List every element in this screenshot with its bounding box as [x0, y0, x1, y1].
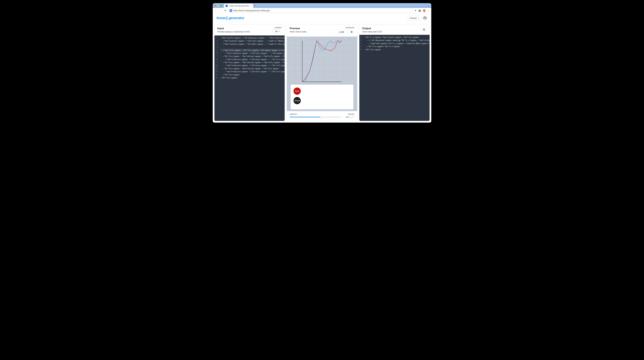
- side-panel-icon[interactable]: ▣: [418, 9, 421, 12]
- copy-button[interactable]: [421, 27, 427, 32]
- app-title: linear() generator: [216, 16, 244, 20]
- preview-body: Input Output: [287, 36, 357, 111]
- url-toolbar: ← → ⟳ ⊡ https://linear-easing-generator.…: [213, 8, 431, 13]
- chevron-down-icon: ▾: [418, 17, 419, 19]
- output-demo-ball: Output: [294, 97, 301, 104]
- input-title: Input: [217, 27, 250, 30]
- github-icon: [424, 17, 426, 19]
- svg-rect-25: [423, 29, 424, 30]
- browser-window: ⬚ Linear easing generator × + ⌄ ← → ⟳ ⊡ …: [213, 3, 431, 123]
- browser-menu-icon[interactable]: ⋮: [428, 9, 430, 12]
- svg-rect-24: [424, 29, 425, 30]
- format-select[interactable]: JS ▾: [273, 29, 282, 33]
- close-window-button[interactable]: [214, 5, 216, 6]
- input-code-editor[interactable]: 1234567891011121314 ="kw">self</span>.="…: [214, 35, 284, 121]
- maximize-window-button[interactable]: [220, 5, 222, 6]
- round-label: ROUND: [346, 113, 354, 115]
- simplify-slider[interactable]: [290, 117, 341, 117]
- output-pane-header: Output Some shiny new CSS!: [360, 25, 430, 35]
- preview-pane-header: Preview Here's how it looks: DURATION 1,…: [287, 25, 357, 36]
- easing-graph: [288, 36, 356, 85]
- input-subtitle: Provide easing as JavaScript or SVG: [217, 31, 250, 33]
- preview-pane: Preview Here's how it looks: DURATION 1,…: [287, 24, 357, 121]
- url-text: https://linear-easing-generator.netlify.…: [234, 9, 270, 12]
- reload-button[interactable]: ⟳: [224, 9, 227, 12]
- new-tab-button[interactable]: +: [254, 4, 256, 7]
- svg-rect-0: [351, 31, 352, 33]
- copy-icon: [423, 28, 425, 31]
- presets-dropdown[interactable]: Presets ▾: [408, 16, 421, 20]
- app-header: linear() generator Presets ▾: [213, 13, 431, 23]
- simplify-slider-block: SIMPLIFY: [290, 113, 341, 117]
- output-subtitle: Some shiny new CSS!: [362, 31, 382, 33]
- svg-rect-1: [352, 31, 352, 33]
- presets-label: Presets: [410, 17, 417, 19]
- tab-title: Linear easing generator: [229, 5, 249, 7]
- forward-button[interactable]: →: [219, 9, 222, 12]
- input-pane: Input Provide easing as JavaScript or SV…: [214, 24, 285, 121]
- chevron-down-icon: ▾: [279, 30, 280, 32]
- duration-input[interactable]: 1,333: [336, 30, 347, 34]
- window-titlebar: ⬚ Linear easing generator × + ⌄: [213, 3, 431, 8]
- play-pause-button[interactable]: [349, 29, 354, 35]
- format-value: JS: [275, 30, 278, 33]
- duration-label: DURATION: [336, 27, 354, 29]
- output-code-editor[interactable]: 12345 ="br">:</span>="kw">root</span> ="…: [360, 35, 430, 121]
- main-content: Input Provide easing as JavaScript or SV…: [213, 23, 431, 123]
- github-link[interactable]: [422, 15, 428, 20]
- sliders-row: SIMPLIFY ROUND: [287, 111, 357, 121]
- input-demo-ball: Input: [294, 87, 301, 95]
- tab-close-icon[interactable]: ×: [250, 5, 252, 7]
- preview-title: Preview: [290, 27, 307, 30]
- browser-tab[interactable]: ⬚ Linear easing generator ×: [224, 4, 253, 8]
- preview-subtitle: Here's how it looks:: [290, 31, 307, 33]
- simplify-label: SIMPLIFY: [290, 113, 341, 115]
- output-pane: Output Some shiny new CSS! 12345 ="br">:…: [359, 24, 430, 121]
- traffic-lights: [214, 5, 222, 6]
- round-slider[interactable]: [346, 117, 354, 117]
- address-bar[interactable]: ⊡ https://linear-easing-generator.netlif…: [228, 8, 413, 13]
- input-pane-header: Input Provide easing as JavaScript or SV…: [214, 25, 284, 35]
- site-info-icon[interactable]: ⊡: [230, 9, 232, 12]
- output-title: Output: [362, 27, 382, 30]
- tabs-overflow-icon[interactable]: ⌄: [428, 4, 429, 7]
- animation-demo: Input Output: [291, 85, 354, 109]
- round-slider-block: ROUND: [346, 113, 354, 117]
- tab-favicon: ⬚: [226, 5, 228, 7]
- profile-avatar[interactable]: [423, 9, 426, 12]
- pause-icon: [351, 31, 352, 33]
- format-label: FORMAT: [273, 27, 282, 29]
- extensions-icon[interactable]: ✦: [414, 9, 416, 12]
- back-button[interactable]: ←: [214, 9, 218, 12]
- minimize-window-button[interactable]: [217, 5, 219, 6]
